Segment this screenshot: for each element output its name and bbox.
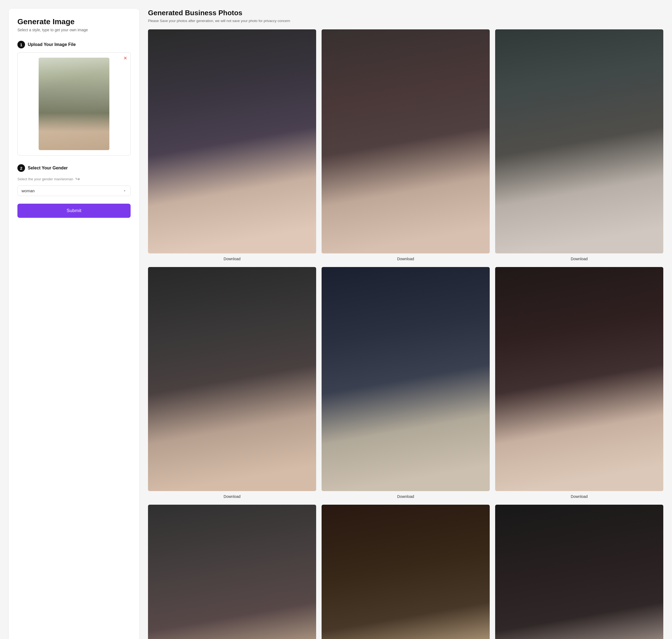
step1-text: Upload Your Image File [28,42,76,47]
photo-item: Download [322,29,490,262]
photo-thumbnail-7 [148,505,316,639]
upload-area[interactable]: × [17,52,131,156]
right-panel-subtitle: Please Save your photos after generation… [148,19,663,23]
download-button-3[interactable]: Download [569,256,590,262]
step2-section: 2 Select Your Gender Select the your gen… [17,164,131,218]
generate-image-panel: Generate Image Select a style, type to g… [9,9,139,639]
uploaded-image-preview [39,58,109,150]
download-button-1[interactable]: Download [222,256,243,262]
photo-thumbnail-8 [322,505,490,639]
step1-badge: 1 [17,41,25,48]
photo-item: Download [148,267,316,499]
photo-thumbnail-2 [322,29,490,253]
generated-photos-panel: Generated Business Photos Please Save yo… [148,9,663,639]
photo-item: Download [495,29,663,262]
step2-badge: 2 [17,164,25,172]
photo-item: Download [495,267,663,499]
panel-title: Generate Image [17,17,131,26]
step2-label: 2 Select Your Gender [17,164,131,172]
step1-label: 1 Upload Your Image File [17,41,131,48]
gender-select[interactable]: woman man [17,185,131,196]
photo-grid: DownloadDownloadDownloadDownloadDownload… [148,29,663,639]
gender-hint-text: Select the your gender man/woman [17,177,73,181]
photo-thumbnail-5 [322,267,490,491]
panel-subtitle: Select a style, type to get your own ima… [17,28,131,32]
step2-text: Select Your Gender [28,166,68,171]
photo-item: Download [148,29,316,262]
photo-thumbnail-9 [495,505,663,639]
download-button-6[interactable]: Download [569,494,590,499]
spinner-icon: ↪ [75,176,80,182]
photo-thumbnail-6 [495,267,663,491]
close-upload-button[interactable]: × [123,55,127,61]
photo-item: Download [148,505,316,639]
submit-button[interactable]: Submit [17,204,131,218]
photo-item: Download [495,505,663,639]
gender-hint: Select the your gender man/woman ↪ [17,176,131,182]
photo-thumbnail-3 [495,29,663,253]
photo-item: Download [322,267,490,499]
photo-item: Download [322,505,490,639]
right-panel-title: Generated Business Photos [148,9,663,17]
photo-thumbnail-1 [148,29,316,253]
download-button-5[interactable]: Download [395,494,416,499]
download-button-2[interactable]: Download [395,256,416,262]
photo-thumbnail-4 [148,267,316,491]
download-button-4[interactable]: Download [222,494,243,499]
